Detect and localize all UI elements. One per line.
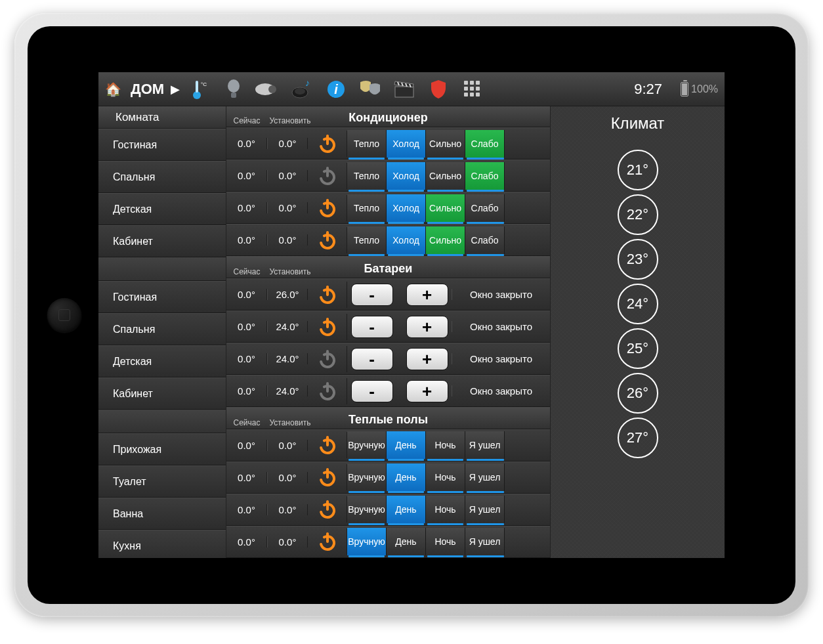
mode-segment[interactable]: Вручную — [347, 496, 387, 523]
mode-segment[interactable]: Ночь — [426, 431, 465, 459]
room-cell[interactable]: Спальня — [98, 313, 226, 345]
room-cell[interactable]: Прихожая — [98, 433, 226, 465]
room-cell[interactable]: Кабинет — [98, 225, 226, 257]
power-button[interactable] — [314, 282, 341, 308]
room-cell[interactable]: Туалет — [98, 465, 226, 498]
mode-segment[interactable]: День — [387, 463, 426, 491]
shield-icon[interactable] — [424, 75, 453, 104]
thermometer-icon[interactable]: °C — [185, 75, 214, 104]
temp-preset[interactable]: 22° — [618, 194, 658, 235]
mode-segment[interactable]: Слабо — [465, 226, 505, 254]
rooms-column: Комната ГостинаяСпальняДетскаяКабинет Го… — [98, 106, 226, 558]
temp-set[interactable]: 0.0° — [267, 202, 308, 213]
power-button[interactable] — [314, 496, 341, 523]
room-cell[interactable]: Детская — [98, 193, 226, 225]
camera-icon[interactable] — [253, 75, 282, 104]
info-icon[interactable]: i — [322, 75, 350, 104]
radiator-row: 0.0°24.0° - + Окно закрыто — [226, 311, 550, 343]
power-button[interactable] — [314, 195, 341, 221]
power-button[interactable] — [314, 314, 341, 340]
play-icon[interactable]: ▶ — [171, 82, 180, 97]
tablet-home-button[interactable] — [47, 298, 81, 332]
temp-set[interactable]: 0.0° — [267, 536, 308, 547]
mode-segment[interactable]: Холод — [387, 226, 426, 254]
section-floors-header: СейчасУстановить Теплые полы — [226, 407, 550, 429]
mode-segment[interactable]: Ночь — [426, 463, 465, 491]
temp-set[interactable]: 0.0° — [267, 504, 308, 515]
power-button[interactable] — [314, 346, 341, 372]
temp-set[interactable]: 24.0° — [267, 385, 308, 397]
temp-preset[interactable]: 24° — [618, 284, 658, 324]
temp-now: 0.0° — [226, 321, 267, 332]
room-cell[interactable]: Кухня — [98, 530, 226, 558]
mode-segment[interactable]: Тепло — [347, 226, 387, 254]
minus-button[interactable]: - — [351, 380, 393, 402]
room-cell[interactable]: Спальня — [98, 161, 226, 193]
mode-segment[interactable]: Сильно — [426, 226, 465, 254]
mode-segment[interactable]: Сильно — [426, 194, 465, 222]
mode-segment[interactable]: Я ушел — [465, 528, 505, 555]
mode-segment[interactable]: Слабо — [465, 162, 505, 190]
mode-segment[interactable]: Слабо — [465, 130, 505, 158]
power-button[interactable] — [314, 163, 341, 189]
plus-button[interactable]: + — [406, 316, 448, 338]
mode-segment[interactable]: Вручную — [347, 463, 387, 491]
power-button[interactable] — [314, 464, 341, 490]
room-cell[interactable]: Гостиная — [98, 281, 226, 313]
minus-button[interactable]: - — [351, 316, 393, 338]
speaker-icon[interactable]: ♪ — [287, 75, 316, 104]
minus-button[interactable]: - — [351, 348, 393, 370]
ac-row: 0.0°0.0° ТеплоХолодСильноСлабо — [226, 224, 550, 256]
power-button[interactable] — [314, 227, 341, 253]
mode-segment[interactable]: Холод — [387, 162, 426, 190]
power-button[interactable] — [314, 131, 341, 157]
mode-segment[interactable]: Тепло — [347, 130, 387, 158]
temp-preset[interactable]: 23° — [618, 239, 658, 280]
room-cell[interactable]: Ванна — [98, 498, 226, 530]
mode-segment[interactable]: День — [387, 431, 426, 459]
power-button[interactable] — [314, 528, 341, 555]
mode-segment[interactable]: Я ушел — [465, 463, 505, 491]
temp-preset[interactable]: 26° — [618, 373, 658, 414]
room-cell[interactable]: Кабинет — [98, 377, 226, 410]
temp-set[interactable]: 0.0° — [267, 170, 308, 181]
grid-icon[interactable] — [458, 75, 487, 104]
temp-set[interactable]: 24.0° — [267, 353, 308, 364]
temp-set[interactable]: 0.0° — [267, 138, 308, 149]
mode-segment[interactable]: Тепло — [347, 194, 387, 222]
room-cell[interactable]: Детская — [98, 345, 226, 377]
plus-button[interactable]: + — [406, 348, 448, 370]
temp-set[interactable]: 26.0° — [267, 289, 308, 300]
mode-segment[interactable]: Слабо — [465, 194, 505, 222]
mode-segment[interactable]: Сильно — [426, 162, 465, 190]
minus-button[interactable]: - — [351, 284, 393, 306]
mode-segment[interactable]: День — [387, 528, 426, 555]
mode-segment[interactable]: Вручную — [347, 528, 387, 555]
mode-segment[interactable]: Я ушел — [465, 496, 505, 523]
mode-segment[interactable]: Холод — [387, 130, 426, 158]
plus-button[interactable]: + — [406, 284, 448, 306]
mode-segment[interactable]: Я ушел — [465, 431, 505, 459]
clapper-icon[interactable] — [390, 75, 419, 104]
power-button[interactable] — [314, 378, 341, 404]
temp-set[interactable]: 0.0° — [267, 234, 308, 246]
bulb-icon[interactable] — [219, 75, 248, 104]
temp-preset[interactable]: 25° — [618, 328, 658, 369]
mode-segment[interactable]: День — [387, 496, 426, 523]
mode-segment[interactable]: Холод — [387, 194, 426, 222]
plus-button[interactable]: + — [406, 380, 448, 402]
mode-segment[interactable]: Ночь — [426, 528, 465, 555]
temp-set[interactable]: 0.0° — [267, 440, 308, 451]
room-cell[interactable]: Гостиная — [98, 129, 226, 161]
masks-icon[interactable] — [356, 75, 385, 104]
temp-preset[interactable]: 27° — [618, 418, 658, 458]
mode-segment[interactable]: Вручную — [347, 431, 387, 459]
mode-segment[interactable]: Ночь — [426, 496, 465, 523]
temp-set[interactable]: 0.0° — [267, 472, 308, 483]
temp-set[interactable]: 24.0° — [267, 321, 308, 332]
power-button[interactable] — [314, 432, 341, 458]
home-icon[interactable]: 🏠 — [105, 81, 121, 97]
temp-preset[interactable]: 21° — [618, 150, 658, 190]
mode-segment[interactable]: Тепло — [347, 162, 387, 190]
mode-segment[interactable]: Сильно — [426, 130, 465, 158]
